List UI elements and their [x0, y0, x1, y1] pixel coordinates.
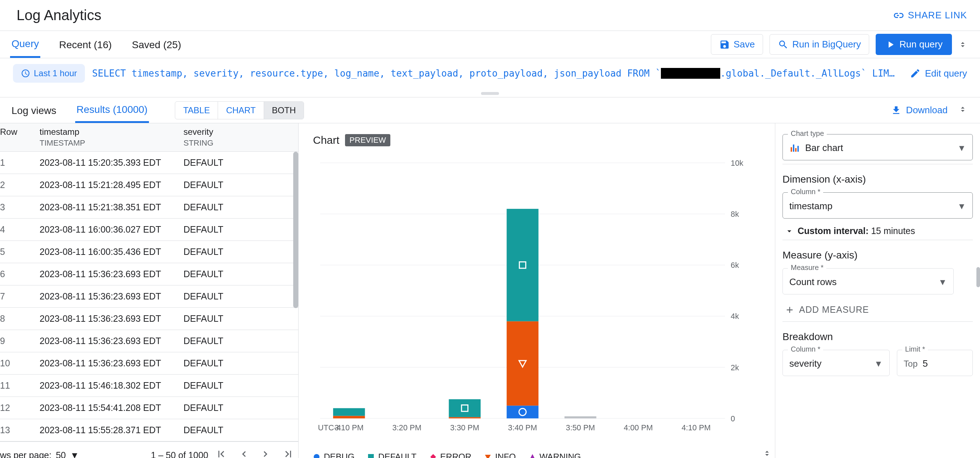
table-row[interactable]: 22023-08-11 15:21:28.495 EDTDEFAULT	[0, 174, 298, 196]
legend-swatch-icon	[368, 453, 374, 458]
table-row[interactable]: 132023-08-11 15:55:28.371 EDTDEFAULT	[0, 419, 298, 441]
side-panel-scrollbar[interactable]	[977, 267, 980, 287]
breakdown-column-value: severity	[789, 358, 869, 369]
table-row[interactable]: 82023-08-11 15:36:23.693 EDTDEFAULT	[0, 308, 298, 330]
breakdown-limit-field[interactable]: Limit * Top 5	[897, 350, 973, 376]
expand-chart-icon[interactable]	[763, 449, 772, 458]
svg-text:0: 0	[731, 414, 735, 423]
table-row[interactable]: 12023-08-11 15:20:35.393 EDTDEFAULT	[0, 152, 298, 174]
svg-text:3:20 PM: 3:20 PM	[392, 423, 421, 432]
main-tab-saved-[interactable]: Saved (25)	[130, 32, 183, 57]
svg-rect-20	[507, 406, 538, 418]
save-label: Save	[733, 39, 755, 50]
table-row[interactable]: 52023-08-11 16:00:35.436 EDTDEFAULT	[0, 241, 298, 263]
view-toggle-both[interactable]: BOTH	[264, 102, 304, 119]
svg-rect-36	[798, 146, 799, 151]
chevron-down-icon: ▼	[957, 201, 966, 211]
clock-icon	[21, 69, 30, 78]
legend-item-default[interactable]: DEFAULT	[368, 452, 416, 458]
measure-label: Measure *	[788, 263, 826, 272]
share-link-label: SHARE LINK	[908, 10, 967, 21]
chevron-down-icon: ▼	[957, 143, 966, 153]
svg-text:6k: 6k	[731, 261, 739, 269]
main-tab-recent-[interactable]: Recent (16)	[57, 32, 113, 57]
dimension-column-select[interactable]: Column * timestamp ▼	[783, 192, 973, 219]
first-page-button[interactable]	[215, 448, 227, 458]
breakdown-column-select[interactable]: Column * severity ▼	[783, 350, 890, 376]
table-row[interactable]: 32023-08-11 15:21:38.351 EDTDEFAULT	[0, 196, 298, 219]
legend-swatch-icon	[430, 453, 437, 458]
dimension-column-label: Column *	[788, 188, 823, 196]
svg-rect-13	[333, 408, 365, 415]
table-row[interactable]: 122023-08-11 15:54:41.208 EDTDEFAULT	[0, 397, 298, 419]
time-range-label: Last 1 hour	[34, 68, 77, 78]
plus-icon	[785, 305, 795, 315]
measure-select[interactable]: Measure * Count rows ▼	[783, 268, 954, 295]
rows-per-page-value[interactable]: 50	[56, 450, 66, 458]
tab-results[interactable]: Results (10000)	[75, 97, 149, 123]
svg-rect-32	[368, 454, 374, 458]
svg-rect-12	[333, 416, 365, 418]
main-tab-query[interactable]: Query	[10, 31, 40, 58]
svg-rect-22	[507, 322, 538, 406]
custom-interval-toggle[interactable]: Custom interval: 15 minutes	[783, 219, 973, 236]
table-row[interactable]: 62023-08-11 15:36:23.693 EDTDEFAULT	[0, 263, 298, 285]
sql-query-text: SELECT timestamp, severity, resource.typ…	[92, 68, 903, 79]
view-toggle-chart[interactable]: CHART	[218, 102, 264, 119]
collapse-icon[interactable]	[958, 105, 967, 116]
table-scrollbar[interactable]	[293, 152, 298, 308]
legend-item-error[interactable]: ERROR	[430, 452, 472, 458]
legend-item-warning[interactable]: WARNING	[529, 452, 581, 458]
next-page-button[interactable]	[260, 448, 272, 458]
svg-text:2k: 2k	[731, 363, 739, 372]
last-page-button[interactable]	[282, 448, 294, 458]
run-bigquery-button[interactable]: Run in BigQuery	[770, 34, 869, 55]
svg-text:4:00 PM: 4:00 PM	[624, 423, 653, 432]
download-button[interactable]: Download	[891, 105, 948, 116]
svg-text:10k: 10k	[731, 158, 743, 168]
svg-rect-33	[791, 147, 792, 152]
run-bigquery-label: Run in BigQuery	[792, 39, 861, 50]
add-measure-button[interactable]: ADD MEASURE	[783, 295, 973, 318]
legend-swatch-icon	[529, 453, 536, 458]
chart-heading: Chart	[313, 134, 339, 146]
svg-rect-17	[449, 399, 480, 417]
pencil-icon	[910, 68, 921, 79]
legend-swatch-icon	[313, 453, 320, 458]
chart-type-label: Chart type	[788, 130, 827, 138]
measure-value: Count rows	[789, 276, 933, 288]
chevron-down-icon: ▼	[938, 277, 947, 287]
legend-item-debug[interactable]: DEBUG	[313, 452, 354, 458]
resize-handle-icon[interactable]	[481, 92, 499, 95]
time-range-chip[interactable]: Last 1 hour	[13, 64, 85, 83]
breakdown-limit-label: Limit *	[902, 345, 928, 353]
svg-text:4:10 PM: 4:10 PM	[681, 423, 711, 432]
svg-rect-23	[507, 209, 538, 322]
prev-page-button[interactable]	[238, 448, 249, 458]
save-icon	[719, 39, 730, 50]
save-button[interactable]: Save	[711, 34, 763, 55]
unfold-icon[interactable]	[958, 40, 967, 49]
svg-text:3:30 PM: 3:30 PM	[450, 423, 479, 432]
chevron-down-icon	[785, 227, 794, 236]
svg-text:8k: 8k	[731, 209, 739, 219]
table-row[interactable]: 102023-08-11 15:36:23.693 EDTDEFAULT	[0, 352, 298, 375]
share-link-button[interactable]: SHARE LINK	[892, 10, 967, 22]
bigquery-icon	[778, 39, 789, 50]
table-row[interactable]: 112023-08-11 15:46:18.302 EDTDEFAULT	[0, 375, 298, 397]
table-row[interactable]: 72023-08-11 15:36:23.693 EDTDEFAULT	[0, 285, 298, 308]
legend-item-info[interactable]: INFO	[484, 452, 515, 458]
preview-badge: PREVIEW	[345, 134, 390, 146]
measure-heading: Measure (y-axis)	[783, 249, 973, 261]
table-row[interactable]: 92023-08-11 15:36:23.693 EDTDEFAULT	[0, 330, 298, 352]
tab-log-views[interactable]: Log views	[10, 98, 58, 122]
svg-point-31	[314, 454, 320, 458]
view-toggle-table[interactable]: TABLE	[175, 102, 218, 119]
chart-type-select[interactable]: Chart type Bar chart ▼	[783, 134, 973, 160]
chevron-down-icon[interactable]: ▼	[70, 450, 79, 458]
run-query-button[interactable]: Run query	[876, 34, 952, 55]
edit-query-button[interactable]: Edit query	[910, 68, 967, 79]
run-query-label: Run query	[899, 39, 943, 50]
table-pagination: ws per page: 50 ▼ 1 – 50 of 1000	[0, 441, 298, 458]
table-row[interactable]: 42023-08-11 16:00:36.027 EDTDEFAULT	[0, 219, 298, 241]
